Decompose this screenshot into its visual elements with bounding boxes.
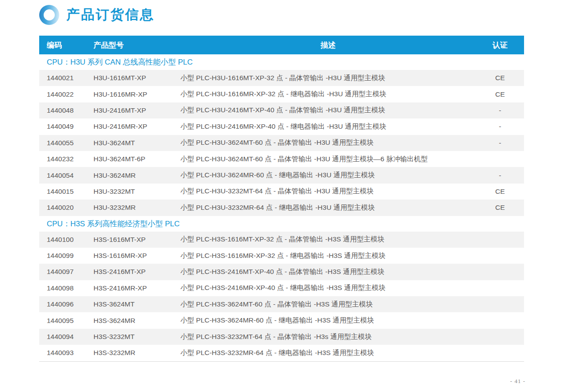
row-model-cell: H3S-1616MR-XP [94,252,180,260]
table-row: 1440094H3S-3232MT小型 PLC-H3S-3232MT-64 点 … [39,329,524,345]
section-header: CPU：H3S 系列高性能经济型小型 PLC [39,216,524,232]
row-code-cell: 1440100 [39,236,94,244]
row-desc-cell: 小型 PLC-H3U-3232MR-64 点 - 继电器输出 -H3U 通用型主… [180,203,476,212]
row-code-cell: 1440021 [39,74,94,82]
row-desc-cell: 小型 PLC-H3S-3624MR-60 点 - 继电器输出 -H3S 通用型主… [180,316,476,325]
row-code-cell: 1440022 [39,90,94,98]
row-code-cell: 1440097 [39,268,94,276]
row-code-cell: 1440095 [39,317,94,325]
table-header-row: 编码 产品型号 描述 认证 [39,36,524,54]
table-row: 1440096H3S-3624MT小型 PLC-H3S-3624MT-60 点 … [39,296,524,312]
row-desc-cell: 小型 PLC-H3U-2416MR-XP-40 点 - 继电器输出 -H3U 通… [180,122,476,131]
row-desc-cell: 小型 PLC-H3S-2416MT-XP-40 点 - 晶体管输出 -H3S 通… [180,267,476,277]
ring-icon [39,5,59,25]
row-desc-cell: 小型 PLC-H3S-3232MT-64 点 - 晶体管输出 -H3s 通用型主… [180,332,476,342]
catalog-page: 产品订货信息 编码 产品型号 描述 认证 CPU：H3U 系列 CAN 总线高性… [0,0,561,392]
table-row: 1440100H3S-1616MT-XP小型 PLC-H3S-1616MT-XP… [39,232,524,248]
row-model-cell: H3S-2416MT-XP [94,268,180,276]
row-cert-cell: CE [476,90,524,98]
table-row: 1440049H3U-2416MR-XP小型 PLC-H3U-2416MR-XP… [39,118,524,135]
column-header-desc: 描述 [180,40,476,50]
table-row: 1440099H3S-1616MR-XP小型 PLC-H3S-1616MR-XP… [39,248,524,264]
row-desc-cell: 小型 PLC-H3U-3232MT-64 点 - 晶体管输出 -H3U 通用型主… [180,187,476,196]
table-row: 1440022H3U-1616MR-XP小型 PLC-H3U-1616MR-XP… [39,86,524,102]
row-cert-cell: - [476,139,524,147]
row-cert-cell: CE [476,204,524,212]
row-code-cell: 1440094 [39,333,94,341]
table-row: 1440097H3S-2416MT-XP小型 PLC-H3S-2416MT-XP… [39,264,524,280]
table-row: 1440098H3S-2416MR-XP小型 PLC-H3S-2416MR-XP… [39,280,524,296]
table-row: 1440020H3U-3232MR小型 PLC-H3U-3232MR-64 点 … [39,200,524,216]
row-code-cell: 1440098 [39,284,94,292]
row-model-cell: H3U-3232MT [94,188,180,196]
table-row: 1440021H3U-1616MT-XP小型 PLC-H3U-1616MT-XP… [39,70,524,86]
row-cert-cell: CE [476,188,524,196]
row-desc-cell: 小型 PLC-H3S-3232MR-64 点 - 继电器输出 -H3S 通用型主… [180,348,476,358]
table-row: 1440048H3U-2416MT-XP小型 PLC-H3U-2416MT-XP… [39,102,524,118]
row-desc-cell: 小型 PLC-H3U-1616MR-XP-32 点 - 继电器输出 -H3U 通… [180,90,476,99]
row-desc-cell: 小型 PLC-H3U-3624MR-60 点 - 继电器输出 -H3U 通用型主… [180,171,476,180]
row-code-cell: 1440048 [39,106,94,114]
row-model-cell: H3U-3624MT-6P [94,155,180,163]
row-code-cell: 1440020 [39,204,94,212]
row-desc-cell: 小型 PLC-H3S-3624MT-60 点 - 晶体管输出 -H3S 通用型主… [180,300,476,309]
table-row: 1440095H3S-3624MR小型 PLC-H3S-3624MR-60 点 … [39,312,524,328]
table-row: 1440055H3U-3624MT小型 PLC-H3U-3624MT-60 点 … [39,135,524,151]
row-code-cell: 1440093 [39,349,94,357]
row-model-cell: H3U-2416MR-XP [94,122,180,131]
row-code-cell: 1440096 [39,300,94,308]
row-code-cell: 1440099 [39,252,94,260]
section-header: CPU：H3U 系列 CAN 总线高性能小型 PLC [39,54,524,70]
table-row: 1440093H3S-3232MR小型 PLC-H3S-3232MR-64 点 … [39,345,524,361]
page-title: 产品订货信息 [66,6,154,24]
row-desc-cell: 小型 PLC-H3U-2416MT-XP-40 点 - 晶体管输出 -H3U 通… [180,106,476,115]
row-model-cell: H3S-3232MT [94,333,180,341]
row-model-cell: H3U-1616MT-XP [94,74,180,82]
column-header-code: 编码 [39,40,94,50]
row-model-cell: H3U-3232MR [94,204,180,212]
row-model-cell: H3S-2416MR-XP [94,284,180,292]
table-row: 1440232H3U-3624MT-6P小型 PLC-H3U-3624MT-60… [39,151,524,167]
row-code-cell: 1440232 [39,155,94,163]
row-code-cell: 1440055 [39,139,94,147]
row-desc-cell: 小型 PLC-H3U-1616MT-XP-32 点 - 晶体管输出 -H3U 通… [180,74,476,83]
product-order-table: 编码 产品型号 描述 认证 CPU：H3U 系列 CAN 总线高性能小型 PLC… [39,36,524,362]
row-model-cell: H3S-3624MR [94,317,180,325]
column-header-model: 产品型号 [94,40,180,50]
page-header: 产品订货信息 [39,5,154,25]
row-desc-cell: 小型 PLC-H3S-2416MR-XP-40 点 - 继电器输出 -H3S 通… [180,283,476,293]
row-desc-cell: 小型 PLC-H3S-1616MT-XP-32 点 - 晶体管输出 -H3S 通… [180,235,476,244]
row-model-cell: H3U-1616MR-XP [94,90,180,98]
table-body: CPU：H3U 系列 CAN 总线高性能小型 PLC1440021H3U-161… [39,54,524,361]
row-desc-cell: 小型 PLC-H3U-3624MT-60 点 - 晶体管输出 -H3U 通用型主… [180,138,476,147]
row-cert-cell: - [476,106,524,114]
row-cert-cell: - [476,172,524,180]
row-desc-cell: 小型 PLC-H3S-1616MR-XP-32 点 - 继电器输出 -H3S 通… [180,251,476,261]
row-model-cell: H3S-1616MT-XP [94,236,180,244]
table-row: 1440054H3U-3624MR小型 PLC-H3U-3624MR-60 点 … [39,167,524,183]
page-number: - 41 - [510,378,525,385]
column-header-cert: 认证 [476,40,524,50]
row-code-cell: 1440015 [39,188,94,196]
row-cert-cell: - [476,122,524,131]
row-model-cell: H3U-2416MT-XP [94,106,180,114]
row-desc-cell: 小型 PLC-H3U-3624MT-60 点 - 晶体管输出 -H3U 通用型主… [180,155,476,164]
row-model-cell: H3S-3232MR [94,349,180,357]
table-row: 1440015H3U-3232MT小型 PLC-H3U-3232MT-64 点 … [39,184,524,200]
row-cert-cell: CE [476,74,524,82]
row-code-cell: 1440054 [39,172,94,180]
row-code-cell: 1440049 [39,122,94,131]
row-model-cell: H3U-3624MR [94,172,180,180]
row-model-cell: H3U-3624MT [94,139,180,147]
row-model-cell: H3S-3624MT [94,300,180,308]
